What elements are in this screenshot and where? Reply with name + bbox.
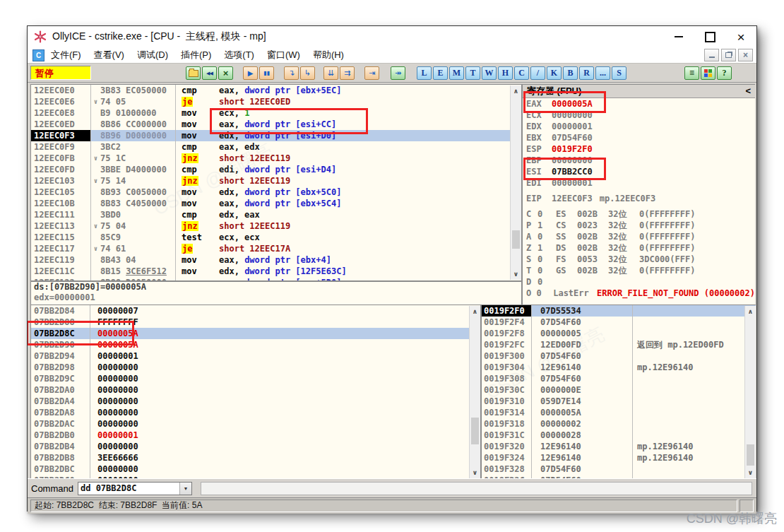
- combo-dropdown-button[interactable]: ▼: [179, 483, 191, 495]
- register-row[interactable]: ESI07BB2CC0: [523, 166, 755, 177]
- disasm-row[interactable]: 12EEC1198B43 04moveax, dword ptr [ebx+4]: [31, 254, 521, 266]
- stack-row[interactable]: 0019F2F800000005: [482, 328, 756, 339]
- child-close-button[interactable]: ×: [738, 49, 753, 61]
- close-program-button[interactable]: ×: [218, 66, 233, 80]
- register-row[interactable]: ESP0019F2F0: [523, 143, 755, 155]
- stack-row[interactable]: 0019F32412E96140mp.12E96140: [482, 452, 756, 463]
- command-input[interactable]: [78, 483, 179, 495]
- collapse-arrow-icon[interactable]: <: [745, 85, 751, 97]
- disasm-row[interactable]: 12EEC1113BD0cmpedx, eax: [31, 209, 521, 220]
- restart-button[interactable]: ◀◀: [202, 66, 217, 80]
- step-over-button[interactable]: ↳: [300, 66, 315, 80]
- flag-row[interactable]: C0ES002B32位0(FFFFFFFF): [523, 208, 755, 220]
- flag-row[interactable]: Z1DS002B32位0(FFFFFFFF): [523, 242, 755, 254]
- dump-row[interactable]: 07BB2DA000000000: [31, 384, 480, 396]
- animate-over-button[interactable]: ⇉: [340, 66, 355, 80]
- open-file-button[interactable]: [186, 66, 201, 80]
- dump-row[interactable]: 07BB2D8C0000005A: [31, 328, 480, 339]
- stack-row[interactable]: 0019F30807D54F60: [482, 373, 756, 384]
- run-button[interactable]: ▶: [243, 66, 258, 80]
- scroll-up-icon[interactable]: ∧: [511, 88, 521, 95]
- executable-modules-button[interactable]: E: [433, 66, 448, 80]
- dump-row[interactable]: 07BB2DAC00000000: [31, 418, 480, 430]
- stack-row[interactable]: 0019F30C0000000E: [482, 384, 756, 396]
- breakpoints-button[interactable]: B: [563, 66, 578, 80]
- stack-row[interactable]: 0019F2F007D55534: [482, 305, 756, 317]
- scroll-up-icon[interactable]: ∧: [745, 308, 756, 315]
- flag-row[interactable]: D0: [523, 276, 755, 288]
- disasm-row[interactable]: 12EEC10B8B83 C4050000moveax, dword ptr […: [31, 198, 521, 209]
- animate-into-button[interactable]: ⇊: [323, 66, 338, 80]
- stack-row[interactable]: 0019F2FC12ED00FD返回到 mp.12ED00FD: [482, 339, 756, 350]
- maximize-button[interactable]: [694, 26, 725, 47]
- register-row[interactable]: EBX07D54F60: [523, 132, 755, 143]
- flag-row[interactable]: O0LastErrERROR_FILE_NOT_FOUND (00000002): [523, 288, 755, 299]
- appearance-button[interactable]: [701, 66, 715, 80]
- memory-map-button[interactable]: M: [449, 66, 464, 80]
- execute-till-return-button[interactable]: ⇥: [364, 66, 379, 80]
- dump-row[interactable]: 07BB2D9800000000: [31, 362, 480, 373]
- minimize-button[interactable]: [663, 26, 694, 47]
- disassembly-scrollbar[interactable]: ∧ ∨: [510, 85, 521, 280]
- dump-row[interactable]: 07BB2D900000005A: [31, 339, 480, 350]
- command-combobox[interactable]: ▼: [78, 482, 192, 495]
- stack-row[interactable]: 0019F32C07D54F60: [482, 475, 756, 478]
- menu-item-4[interactable]: 选项(T): [218, 48, 261, 62]
- windows-list-button[interactable]: ≡: [684, 66, 699, 80]
- scroll-down-icon[interactable]: ∨: [470, 469, 480, 476]
- menu-item-3[interactable]: 插件(P): [174, 48, 218, 62]
- windows-button[interactable]: W: [482, 66, 497, 80]
- go-to-user-code-button[interactable]: ↠: [391, 66, 405, 80]
- step-into-button[interactable]: ↴: [284, 66, 299, 80]
- menu-item-0[interactable]: 文件(F): [44, 48, 88, 62]
- disasm-row[interactable]: 12EEC0F38B96 D0000000movedx, dword ptr […: [31, 130, 521, 141]
- register-row[interactable]: ECX00000000: [523, 110, 755, 121]
- stack-row[interactable]: 0019F31C00000028: [482, 430, 756, 441]
- eip-row[interactable]: EIP12EEC0F3mp.12EEC0F3: [523, 193, 755, 204]
- stack-row[interactable]: 0019F32807D54F60: [482, 463, 756, 475]
- flag-row[interactable]: T0GS002B32位0(FFFFFFFF): [523, 265, 755, 276]
- disasm-row[interactable]: 12EEC0ED8B86 CC000000moveax, dword ptr […: [31, 119, 521, 130]
- dump-row[interactable]: 07BB2DB400000000: [31, 441, 480, 452]
- handles-button[interactable]: H: [498, 66, 513, 80]
- child-restore-button[interactable]: [721, 49, 736, 61]
- dump-row[interactable]: 07BB2D88FFFFFFFF: [31, 317, 480, 328]
- scrollbar-thumb[interactable]: [512, 230, 520, 249]
- stack-row[interactable]: 0019F32012E96140mp.12E96140: [482, 441, 756, 452]
- disasm-row[interactable]: 12EEC1058B93 C0050000movedx, dword ptr […: [31, 187, 521, 198]
- flag-row[interactable]: A0SS002B32位0(FFFFFFFF): [523, 231, 755, 242]
- disasm-row[interactable]: 12EEC113∨75 04jnzshort 12EEC119: [31, 220, 521, 232]
- menu-item-1[interactable]: 查看(V): [88, 48, 131, 62]
- register-row[interactable]: EAX0000005A: [523, 98, 755, 110]
- patches-button[interactable]: /: [530, 66, 545, 80]
- dump-scrollbar[interactable]: ∧ ∨: [469, 306, 480, 478]
- log-window-button[interactable]: L: [417, 66, 432, 80]
- flag-row[interactable]: S0FS005332位3DC000(FFF): [523, 254, 755, 265]
- disasm-row[interactable]: 12EEC0FB∨75 1Cjnzshort 12EEC119: [31, 153, 521, 164]
- call-stack-button[interactable]: K: [547, 66, 562, 80]
- references-button[interactable]: R: [579, 66, 594, 80]
- scrollbar-thumb[interactable]: [471, 418, 479, 444]
- disasm-row[interactable]: 12EEC117∨74 61jeshort 12EEC17A: [31, 243, 521, 254]
- disasm-row[interactable]: 12EEC0FD3BBE D4000000cmpedi, dword ptr […: [31, 164, 521, 175]
- cpu-window-button[interactable]: C: [514, 66, 529, 80]
- disasm-row[interactable]: 12EEC103∨75 14jnzshort 12EEC119: [31, 175, 521, 187]
- child-minimize-button[interactable]: [704, 49, 719, 61]
- register-row[interactable]: EDX00000001: [523, 121, 755, 132]
- dump-row[interactable]: 07BB2DA800000000: [31, 407, 480, 418]
- menu-item-5[interactable]: 窗口(W): [261, 48, 307, 62]
- disasm-row[interactable]: 12EEC11585C9testecx, ecx: [31, 232, 521, 243]
- dump-row[interactable]: 07BB2D8400000007: [31, 305, 480, 317]
- disasm-row[interactable]: 12EEC0E03B83 EC050000cmpeax, dword ptr […: [31, 85, 521, 96]
- scroll-down-icon[interactable]: ∨: [745, 469, 756, 476]
- dump-row[interactable]: 07BB2D9C00000000: [31, 373, 480, 384]
- pause-button[interactable]: ▮▮: [259, 66, 274, 80]
- disasm-row[interactable]: 12EEC0E8B9 01000000movecx, 1: [31, 107, 521, 119]
- dump-row[interactable]: 07BB2DC000000000: [31, 475, 480, 478]
- register-row[interactable]: EBP00000000: [523, 155, 755, 166]
- run-trace-button[interactable]: ...: [595, 66, 610, 80]
- scroll-up-icon[interactable]: ∧: [470, 308, 480, 315]
- help-button[interactable]: ?: [717, 66, 732, 80]
- title-bar[interactable]: OllyICE - cstrike.exe - [CPU - 主线程, 模块 -…: [28, 26, 756, 47]
- dump-row[interactable]: 07BB2DB000000001: [31, 430, 480, 441]
